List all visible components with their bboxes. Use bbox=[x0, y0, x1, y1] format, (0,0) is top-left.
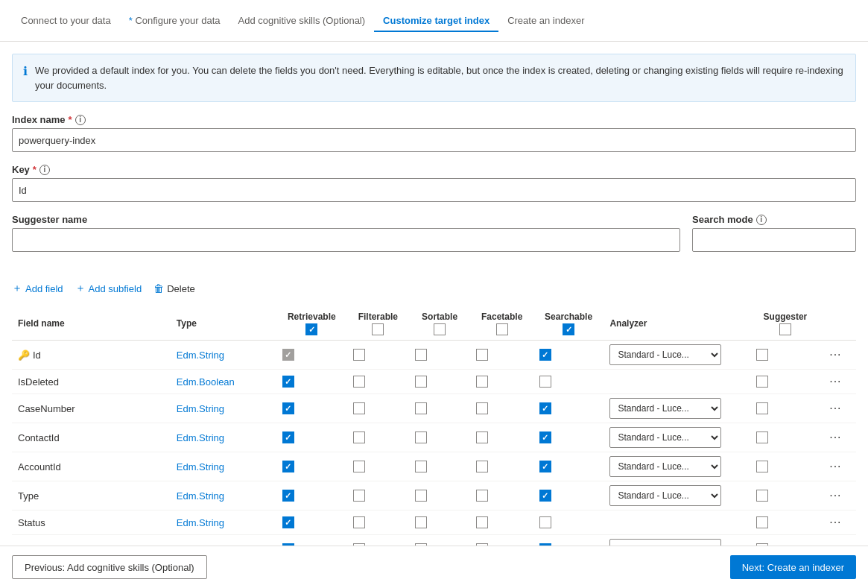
searchable-checkbox[interactable] bbox=[539, 431, 551, 443]
th-analyzer: Analyzer bbox=[604, 307, 750, 341]
suggester-checkbox[interactable] bbox=[756, 490, 768, 502]
filterable-checkbox[interactable] bbox=[353, 461, 365, 472]
searchable-checkbox[interactable] bbox=[539, 402, 551, 414]
index-name-input[interactable] bbox=[12, 128, 856, 152]
suggester-checkbox[interactable] bbox=[756, 431, 768, 443]
next-button[interactable]: Next: Create an indexer bbox=[730, 555, 856, 579]
cell-searchable bbox=[533, 370, 604, 394]
header-retrievable-checkbox[interactable] bbox=[305, 323, 317, 335]
row-more-button[interactable]: ··· bbox=[826, 487, 844, 504]
cell-retrievable bbox=[276, 510, 347, 535]
cell-retrievable bbox=[276, 423, 347, 452]
suggester-checkbox[interactable] bbox=[756, 349, 768, 361]
row-more-button[interactable]: ··· bbox=[826, 429, 844, 446]
back-button[interactable]: Previous: Add cognitive skills (Optional… bbox=[12, 555, 207, 579]
cell-fieldname: IsDeleted bbox=[12, 370, 171, 394]
key-input[interactable] bbox=[12, 178, 856, 202]
filterable-checkbox[interactable] bbox=[353, 516, 365, 528]
searchable-checkbox[interactable] bbox=[539, 490, 551, 502]
cell-analyzer bbox=[604, 370, 750, 394]
nav-step-connect[interactable]: Connect to your data bbox=[12, 9, 120, 32]
header-searchable-checkbox[interactable] bbox=[563, 323, 574, 335]
table-row: TypeEdm.StringStandard - Luce...··· bbox=[12, 481, 856, 510]
add-field-button[interactable]: ＋ Add field bbox=[12, 279, 63, 298]
nav-step-customize[interactable]: Customize target index bbox=[374, 9, 498, 32]
suggester-checkbox[interactable] bbox=[756, 376, 768, 388]
nav-step-cognitive[interactable]: Add cognitive skills (Optional) bbox=[229, 9, 375, 32]
cell-sortable bbox=[409, 423, 471, 452]
retrievable-checkbox[interactable] bbox=[282, 402, 294, 414]
sortable-checkbox[interactable] bbox=[415, 490, 427, 502]
search-mode-input[interactable] bbox=[692, 228, 856, 252]
row-more-button[interactable]: ··· bbox=[826, 373, 844, 390]
table-toolbar: ＋ Add field ＋ Add subfield 🗑 Delete bbox=[12, 276, 856, 301]
table-row: ContactIdEdm.StringStandard - Luce...··· bbox=[12, 423, 856, 452]
analyzer-select[interactable]: Standard - Luce... bbox=[609, 427, 721, 448]
row-more-button[interactable]: ··· bbox=[826, 458, 844, 475]
wizard-nav: Connect to your data Configure your data… bbox=[0, 0, 868, 42]
sortable-checkbox[interactable] bbox=[415, 516, 427, 528]
info-icon: ℹ bbox=[23, 64, 28, 78]
index-name-info-icon[interactable]: i bbox=[75, 115, 86, 125]
retrievable-checkbox[interactable] bbox=[282, 516, 294, 528]
analyzer-select[interactable]: Standard - Luce... bbox=[609, 485, 721, 506]
sortable-checkbox[interactable] bbox=[415, 431, 427, 443]
header-filterable-checkbox[interactable] bbox=[372, 323, 384, 335]
row-more-button[interactable]: ··· bbox=[826, 347, 844, 363]
suggester-row: Suggester name Search mode i bbox=[12, 214, 856, 264]
row-more-button[interactable]: ··· bbox=[826, 400, 844, 417]
key-info-icon[interactable]: i bbox=[39, 165, 50, 175]
nav-step-indexer[interactable]: Create an indexer bbox=[498, 9, 593, 32]
cell-fieldname: AccountId bbox=[12, 452, 171, 481]
sortable-checkbox[interactable] bbox=[415, 349, 427, 361]
facetable-checkbox[interactable] bbox=[476, 402, 488, 414]
cell-filterable bbox=[347, 510, 409, 535]
header-suggester-checkbox[interactable] bbox=[779, 323, 791, 335]
facetable-checkbox[interactable] bbox=[476, 376, 488, 388]
table-row: 🔑IdEdm.StringStandard - Luce...··· bbox=[12, 341, 856, 370]
cell-actions: ··· bbox=[820, 452, 856, 481]
suggester-name-input[interactable] bbox=[12, 228, 680, 252]
cell-facetable bbox=[470, 481, 533, 510]
retrievable-checkbox[interactable] bbox=[282, 431, 294, 443]
delete-button[interactable]: 🗑 Delete bbox=[153, 279, 195, 297]
facetable-checkbox[interactable] bbox=[476, 516, 488, 528]
searchable-checkbox[interactable] bbox=[539, 376, 551, 388]
filterable-checkbox[interactable] bbox=[353, 376, 365, 388]
filterable-checkbox[interactable] bbox=[353, 402, 365, 414]
cell-fieldname: 🔑Id bbox=[12, 341, 171, 370]
filterable-checkbox[interactable] bbox=[353, 349, 365, 361]
suggester-checkbox[interactable] bbox=[756, 402, 768, 414]
searchable-checkbox[interactable] bbox=[539, 516, 551, 528]
searchable-checkbox[interactable] bbox=[539, 349, 551, 361]
analyzer-select[interactable]: Standard - Luce... bbox=[609, 456, 721, 477]
facetable-checkbox[interactable] bbox=[476, 349, 488, 361]
filterable-checkbox[interactable] bbox=[353, 431, 365, 443]
nav-step-configure[interactable]: Configure your data bbox=[120, 9, 229, 32]
add-subfield-button[interactable]: ＋ Add subfield bbox=[75, 279, 142, 298]
sortable-checkbox[interactable] bbox=[415, 402, 427, 414]
retrievable-checkbox[interactable] bbox=[282, 349, 294, 361]
header-facetable-checkbox[interactable] bbox=[496, 323, 508, 335]
retrievable-checkbox[interactable] bbox=[282, 461, 294, 472]
retrievable-checkbox[interactable] bbox=[282, 490, 294, 502]
cell-sortable bbox=[409, 481, 471, 510]
cell-fieldname: Status bbox=[12, 510, 171, 535]
cell-actions: ··· bbox=[820, 423, 856, 452]
analyzer-select[interactable]: Standard - Luce... bbox=[609, 344, 721, 365]
filterable-checkbox[interactable] bbox=[353, 490, 365, 502]
cell-analyzer: Standard - Luce... bbox=[604, 452, 750, 481]
row-more-button[interactable]: ··· bbox=[826, 514, 844, 531]
facetable-checkbox[interactable] bbox=[476, 490, 488, 502]
retrievable-checkbox[interactable] bbox=[282, 376, 294, 388]
searchable-checkbox[interactable] bbox=[539, 461, 551, 472]
header-sortable-checkbox[interactable] bbox=[434, 323, 446, 335]
search-mode-info-icon[interactable]: i bbox=[756, 215, 767, 225]
suggester-checkbox[interactable] bbox=[756, 516, 768, 528]
facetable-checkbox[interactable] bbox=[476, 461, 488, 472]
sortable-checkbox[interactable] bbox=[415, 376, 427, 388]
sortable-checkbox[interactable] bbox=[415, 461, 427, 472]
facetable-checkbox[interactable] bbox=[476, 431, 488, 443]
analyzer-select[interactable]: Standard - Luce... bbox=[609, 398, 721, 419]
suggester-checkbox[interactable] bbox=[756, 461, 768, 472]
